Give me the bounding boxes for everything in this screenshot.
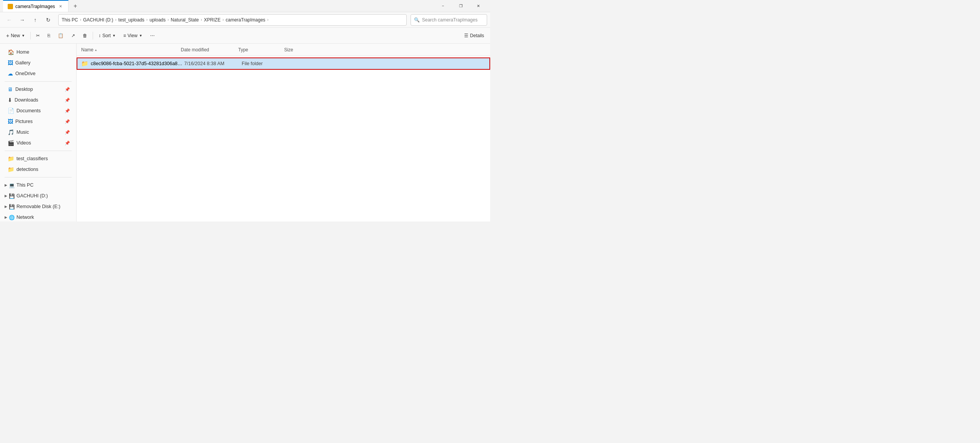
file-area: Name ▴ Date modified Type Size 📁 c8ec908… bbox=[77, 44, 490, 222]
breadcrumb-sep-5: › bbox=[201, 18, 202, 22]
sidebar-item-videos[interactable]: 🎬 Videos 📌 bbox=[2, 138, 75, 148]
new-label: New bbox=[11, 33, 20, 38]
new-dropdown-icon: ▼ bbox=[21, 34, 25, 38]
pin-icon-downloads: 📌 bbox=[65, 98, 70, 103]
paste-button[interactable]: 📋 bbox=[55, 30, 67, 42]
sidebar-item-music[interactable]: 🎵 Music 📌 bbox=[2, 127, 75, 138]
table-row[interactable]: 📁 c8ec9086-fcba-5021-37d5-43281d306a84_1… bbox=[77, 57, 490, 70]
pin-icon-pictures: 📌 bbox=[65, 119, 70, 124]
share-button[interactable]: ↗ bbox=[68, 30, 78, 42]
sidebar-item-pictures[interactable]: 🖼 Pictures 📌 bbox=[2, 116, 75, 127]
sidebar-item-test-classifiers[interactable]: 📁 test_classifiers bbox=[2, 153, 75, 164]
breadcrumb-uploads[interactable]: uploads bbox=[149, 17, 165, 23]
sidebar-desktop-label: Desktop bbox=[15, 87, 33, 92]
view-button[interactable]: ≡ View ▼ bbox=[120, 30, 146, 42]
sidebar-home-label: Home bbox=[16, 49, 29, 55]
sidebar-gachuhi-header[interactable]: ▶ 💾 GACHUHI (D:) bbox=[2, 190, 75, 201]
column-type[interactable]: Type bbox=[238, 47, 284, 53]
file-type: File folder bbox=[242, 61, 288, 66]
column-name-label: Name bbox=[81, 47, 93, 53]
chevron-right-icon-gachuhi: ▶ bbox=[5, 194, 7, 198]
breadcrumb-sep-2: › bbox=[115, 18, 116, 22]
videos-icon: 🎬 bbox=[8, 140, 14, 146]
address-bar[interactable]: This PC › GACHUHI (D:) › test_uploads › … bbox=[58, 14, 407, 26]
cut-button[interactable]: ✂ bbox=[33, 30, 43, 42]
sidebar-divider-3 bbox=[5, 177, 72, 177]
sidebar-item-documents[interactable]: 📄 Documents 📌 bbox=[2, 105, 75, 116]
breadcrumb-this-pc[interactable]: This PC bbox=[62, 17, 78, 23]
sidebar-item-desktop[interactable]: 🖥 Desktop 📌 bbox=[2, 84, 75, 95]
sort-indicator: ▴ bbox=[95, 48, 97, 52]
column-name[interactable]: Name ▴ bbox=[81, 47, 181, 53]
command-bar: + New ▼ ✂ ⎘ 📋 ↗ 🗑 ↕ Sort ▼ ≡ View ▼ ⋯ ☰ … bbox=[0, 28, 490, 44]
active-tab[interactable]: cameraTrapImages ✕ bbox=[3, 0, 69, 12]
forward-button[interactable]: → bbox=[16, 14, 28, 26]
sidebar-item-downloads[interactable]: ⬇ Downloads 📌 bbox=[2, 95, 75, 105]
tab-area: cameraTrapImages ✕ + bbox=[3, 0, 434, 12]
search-icon: 🔍 bbox=[414, 17, 420, 23]
delete-icon: 🗑 bbox=[83, 33, 87, 38]
breadcrumb-gachuhi[interactable]: GACHUHI (D:) bbox=[83, 17, 113, 23]
column-date-label: Date modified bbox=[181, 47, 209, 53]
minimize-button[interactable]: − bbox=[434, 0, 452, 12]
cmd-separator-1 bbox=[30, 32, 31, 39]
home-icon: 🏠 bbox=[8, 49, 14, 55]
downloads-icon: ⬇ bbox=[8, 97, 12, 103]
refresh-button[interactable]: ↻ bbox=[42, 14, 54, 26]
breadcrumb-camera-trap-images[interactable]: cameraTrapImages bbox=[226, 17, 265, 23]
close-button[interactable]: ✕ bbox=[470, 0, 487, 12]
breadcrumb-natural-state[interactable]: Natural_State bbox=[171, 17, 199, 23]
main-area: 🏠 Home 🖼 Gallery ☁ OneDrive 🖥 Desktop 📌 … bbox=[0, 44, 490, 222]
up-button[interactable]: ↑ bbox=[29, 14, 41, 26]
more-icon: ⋯ bbox=[150, 33, 155, 38]
copy-button[interactable]: ⎘ bbox=[44, 30, 53, 42]
breadcrumb-label: uploads bbox=[149, 17, 165, 23]
details-button[interactable]: ☰ Details bbox=[461, 30, 487, 42]
network-icon: 🌐 bbox=[9, 215, 15, 220]
delete-button[interactable]: 🗑 bbox=[80, 30, 90, 42]
drive-icon-gachuhi: 💾 bbox=[9, 193, 15, 199]
sidebar-removable-label: Removable Disk (E:) bbox=[16, 204, 61, 209]
desktop-icon: 🖥 bbox=[8, 86, 13, 92]
sidebar-detections-label: detections bbox=[16, 167, 38, 172]
breadcrumb-label: GACHUHI (D:) bbox=[83, 17, 113, 23]
sidebar-gachuhi-label: GACHUHI (D:) bbox=[16, 193, 48, 199]
new-button[interactable]: + New ▼ bbox=[3, 30, 28, 42]
pictures-icon: 🖼 bbox=[8, 118, 13, 125]
sort-dropdown-icon: ▼ bbox=[112, 34, 116, 38]
folder-icon-detections: 📁 bbox=[8, 166, 14, 172]
maximize-button[interactable]: ❐ bbox=[452, 0, 470, 12]
sort-button[interactable]: ↕ Sort ▼ bbox=[95, 30, 119, 42]
more-button[interactable]: ⋯ bbox=[147, 30, 158, 42]
breadcrumb-sep-6: › bbox=[223, 18, 224, 22]
back-button[interactable]: ← bbox=[3, 14, 15, 26]
new-icon: + bbox=[6, 33, 9, 39]
breadcrumb-sep-1: › bbox=[80, 18, 81, 22]
sidebar-item-gallery[interactable]: 🖼 Gallery bbox=[2, 57, 75, 68]
sidebar-this-pc-header[interactable]: ▶ 💻 This PC bbox=[2, 180, 75, 190]
tab-close-button[interactable]: ✕ bbox=[57, 3, 64, 10]
sidebar: 🏠 Home 🖼 Gallery ☁ OneDrive 🖥 Desktop 📌 … bbox=[0, 44, 77, 222]
view-icon: ≡ bbox=[123, 33, 126, 38]
new-tab-button[interactable]: + bbox=[70, 1, 81, 11]
breadcrumb-sep-3: › bbox=[146, 18, 147, 22]
music-icon: 🎵 bbox=[8, 129, 14, 135]
sidebar-removable-disk-header[interactable]: ▶ 💾 Removable Disk (E:) bbox=[2, 201, 75, 212]
column-date-modified[interactable]: Date modified bbox=[181, 47, 238, 53]
sidebar-item-onedrive[interactable]: ☁ OneDrive bbox=[2, 68, 75, 79]
breadcrumb-test-uploads[interactable]: test_uploads bbox=[118, 17, 144, 23]
sidebar-item-detections[interactable]: 📁 detections bbox=[2, 164, 75, 175]
sidebar-item-home[interactable]: 🏠 Home bbox=[2, 47, 75, 57]
drive-icon-removable: 💾 bbox=[9, 204, 15, 210]
sidebar-divider-2 bbox=[5, 151, 72, 151]
search-bar[interactable]: 🔍 Search cameraTrapImages bbox=[411, 14, 487, 26]
breadcrumb-xprize[interactable]: XPRIZE bbox=[204, 17, 221, 23]
column-size[interactable]: Size bbox=[284, 47, 315, 53]
view-dropdown-icon: ▼ bbox=[139, 34, 142, 38]
sidebar-videos-label: Videos bbox=[16, 140, 31, 146]
cut-icon: ✂ bbox=[36, 33, 40, 38]
tab-folder-icon bbox=[8, 4, 13, 9]
navigation-bar: ← → ↑ ↻ This PC › GACHUHI (D:) › test_up… bbox=[0, 12, 490, 28]
file-name: c8ec9086-fcba-5021-37d5-43281d306a84_172… bbox=[91, 61, 184, 66]
sidebar-network-header[interactable]: ▶ 🌐 Network bbox=[2, 212, 75, 222]
